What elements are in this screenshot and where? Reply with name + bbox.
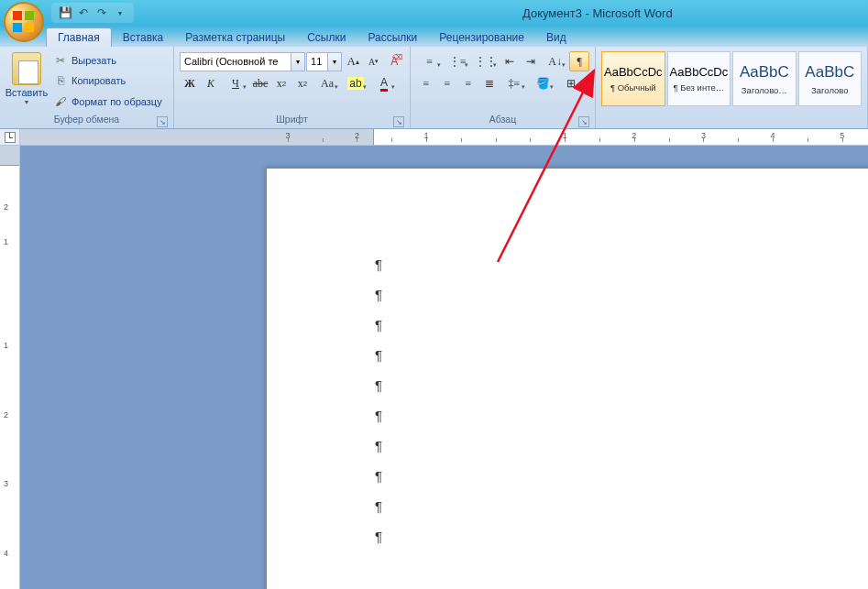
group-font: Calibri (Основной те▾ 11▾ A▴ A▾ A⌫ Ж К Ч… [174, 47, 411, 128]
group-paragraph: ≡ ⋮≡ ⋮⋮ ⇤ ⇥ A↓ ¶ ≡ ≡ ≡ ≣ ‡≡ 🪣 ⊞ [411, 47, 596, 128]
underline-button[interactable]: Ч [222, 73, 249, 93]
chevron-down-icon[interactable]: ▾ [291, 53, 304, 71]
font-size-value: 11 [311, 56, 322, 67]
ribbon-tabs: ГлавнаяВставкаРазметка страницыСсылкиРас… [0, 26, 868, 47]
brush-icon: 🖌 [53, 94, 68, 109]
italic-button[interactable]: К [201, 73, 221, 93]
tab-Ссылки[interactable]: Ссылки [296, 28, 357, 47]
vertical-ruler[interactable]: 2112345678910 [0, 146, 20, 589]
font-name-value: Calibri (Основной те [184, 56, 278, 67]
horizontal-ruler: └ 3211234567891011121314 [0, 129, 868, 146]
hruler-scale[interactable]: 3211234567891011121314 [20, 129, 868, 145]
clear-formatting-button[interactable]: A⌫ [384, 51, 404, 71]
page[interactable]: ¶¶¶¶¶¶¶¶¶¶ [266, 168, 868, 589]
window-title: Документ3 - Microsoft Word [522, 6, 868, 20]
cut-button[interactable]: ✂Вырезать [49, 50, 166, 71]
ribbon: Вставить ▾ ✂Вырезать ⎘Копировать 🖌Формат… [0, 47, 868, 129]
paste-icon [12, 52, 41, 85]
cut-label: Вырезать [71, 55, 116, 66]
tab-Главная[interactable]: Главная [46, 27, 112, 47]
align-center-button[interactable]: ≡ [437, 73, 457, 93]
increase-indent-button[interactable]: ⇥ [521, 51, 541, 71]
clipboard-launcher[interactable]: ↘ [157, 116, 168, 127]
highlight-button[interactable]: ab [342, 73, 369, 93]
borders-button[interactable]: ⊞ [557, 73, 585, 93]
align-right-button[interactable]: ≡ [458, 73, 478, 93]
undo-icon[interactable]: ↶ [75, 5, 92, 21]
superscript-button[interactable]: x2 [292, 73, 313, 93]
tab-Рецензирование[interactable]: Рецензирование [428, 28, 535, 47]
save-icon[interactable]: 💾 [57, 5, 73, 21]
line-spacing-button[interactable]: ‡≡ [500, 73, 528, 93]
document-viewport[interactable]: ¶¶¶¶¶¶¶¶¶¶ [20, 146, 868, 589]
shading-button[interactable]: 🪣 [529, 73, 556, 93]
subscript-button[interactable]: x2 [271, 73, 291, 93]
bullets-button[interactable]: ≡ [416, 51, 444, 71]
shrink-font-button[interactable]: A▾ [364, 51, 384, 71]
paste-button[interactable]: Вставить ▾ [4, 49, 49, 114]
grow-font-button[interactable]: A▴ [343, 51, 363, 71]
document-area: 2112345678910 ¶¶¶¶¶¶¶¶¶¶ [0, 146, 868, 589]
scissors-icon: ✂ [53, 53, 68, 68]
qat-dropdown-icon[interactable]: ▾ [112, 5, 128, 21]
style-Заголово…[interactable]: AaBbCЗаголово… [732, 51, 796, 106]
font-name-combo[interactable]: Calibri (Основной те▾ [180, 52, 305, 71]
paste-label: Вставить [5, 87, 49, 98]
font-size-combo[interactable]: 11▾ [306, 52, 342, 71]
quick-access-toolbar: 💾 ↶ ↷ ▾ [51, 3, 134, 23]
tab-stop-icon: └ [5, 132, 16, 143]
group-label-clipboard: Буфер обмена↘ [4, 114, 170, 128]
tab-Разметка страницы[interactable]: Разметка страницы [174, 28, 296, 47]
justify-button[interactable]: ≣ [479, 73, 500, 93]
tab-Вставка[interactable]: Вставка [112, 28, 175, 47]
style-Заголово[interactable]: AaBbCЗаголово [798, 51, 862, 106]
tab-Рассылки[interactable]: Рассылки [357, 28, 428, 47]
change-case-button[interactable]: Aa [313, 73, 341, 93]
copy-button[interactable]: ⎘Копировать [49, 71, 166, 91]
decrease-indent-button[interactable]: ⇤ [500, 51, 521, 71]
multilevel-button[interactable]: ⋮⋮ [472, 51, 500, 71]
copy-label: Копировать [71, 75, 126, 86]
office-logo-icon [13, 11, 35, 33]
align-left-button[interactable]: ≡ [416, 73, 436, 93]
strikethrough-button[interactable]: abc [250, 73, 270, 93]
tab-selector[interactable]: └ [0, 129, 20, 145]
title-bar: 💾 ↶ ↷ ▾ Документ3 - Microsoft Word [0, 0, 868, 26]
group-styles: AaBbCcDc¶ ОбычныйAaBbCcDc¶ Без инте…AaBb… [596, 47, 868, 128]
bold-button[interactable]: Ж [180, 73, 200, 93]
tab-Вид[interactable]: Вид [535, 28, 577, 47]
page-text[interactable]: ¶¶¶¶¶¶¶¶¶¶ [267, 169, 868, 551]
style-¶ Обычный[interactable]: AaBbCcDc¶ Обычный [601, 51, 665, 106]
group-label-paragraph: Абзац↘ [414, 114, 591, 128]
group-label-font: Шрифт↘ [178, 114, 406, 128]
office-button[interactable] [4, 2, 44, 42]
copy-icon: ⎘ [53, 73, 68, 88]
style-¶ Без инте…[interactable]: AaBbCcDc¶ Без инте… [667, 51, 731, 106]
group-clipboard: Вставить ▾ ✂Вырезать ⎘Копировать 🖌Формат… [0, 47, 174, 128]
font-launcher[interactable]: ↘ [393, 116, 404, 127]
sort-button[interactable]: A↓ [542, 51, 569, 71]
show-pilcrow-button[interactable]: ¶ [569, 51, 589, 71]
format-painter-label: Формат по образцу [71, 96, 162, 107]
format-painter-button[interactable]: 🖌Формат по образцу [49, 92, 166, 112]
numbering-button[interactable]: ⋮≡ [445, 51, 472, 71]
paragraph-launcher[interactable]: ↘ [578, 116, 589, 127]
chevron-down-icon[interactable]: ▾ [327, 53, 341, 71]
redo-icon[interactable]: ↷ [93, 5, 110, 21]
font-color-button[interactable]: A [370, 73, 398, 93]
